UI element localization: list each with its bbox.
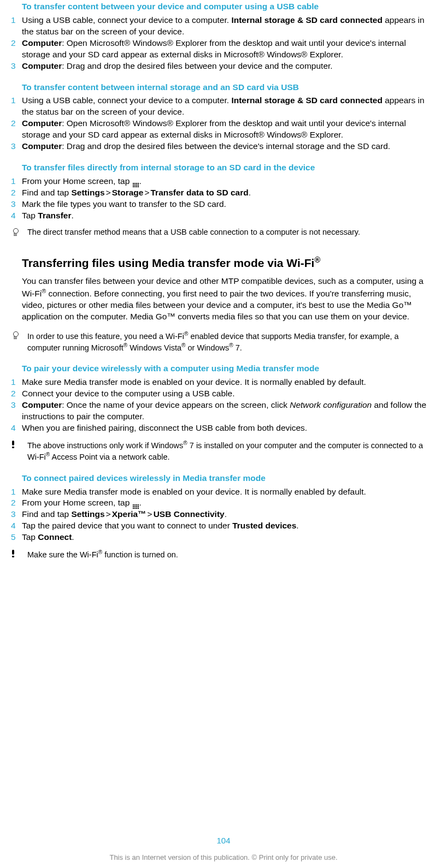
step-3: 3 Find and tap Settings>Xperia™>USB Conn… (11, 509, 433, 520)
step-text: Tap the paired device that you want to c… (22, 520, 433, 532)
step-text: Computer: Open Microsoft® Windows® Explo… (22, 38, 433, 61)
step-number: 5 (11, 532, 22, 543)
step-number: 2 (11, 388, 22, 400)
step-text: Tap Transfer. (22, 210, 433, 222)
step-2: 2 Computer: Open Microsoft® Windows® Exp… (11, 118, 433, 141)
step-5: 5 Tap Connect. (11, 532, 433, 543)
apps-icon (133, 183, 139, 187)
footer-text: This is an Internet version of this publ… (0, 853, 447, 863)
step-4: 4 Tap Transfer. (11, 210, 433, 222)
step-text: Connect your device to the computer usin… (22, 388, 433, 400)
step-4: 4 Tap the paired device that you want to… (11, 520, 433, 532)
section-title: To transfer content between internal sto… (22, 82, 433, 93)
step-number: 3 (11, 141, 22, 152)
step-1: 1 Make sure Media transfer mode is enabl… (11, 377, 433, 388)
step-number: 2 (11, 187, 22, 199)
step-text: From your Home screen, tap . (22, 497, 433, 509)
step-3: 3 Computer: Once the name of your device… (11, 400, 433, 423)
step-text: Tap Connect. (22, 532, 433, 543)
step-number: 3 (11, 400, 22, 423)
tip-note: In order to use this feature, you need a… (11, 330, 433, 354)
step-number: 1 (11, 486, 22, 498)
step-1: 1 Make sure Media transfer mode is enabl… (11, 486, 433, 498)
page-number: 104 (0, 835, 447, 846)
step-1: 1 From your Home screen, tap . (11, 176, 433, 187)
section-title: To transfer content between your device … (22, 1, 433, 13)
step-text: From your Home screen, tap . (22, 176, 433, 187)
step-text: Computer: Once the name of your device a… (22, 400, 433, 423)
step-number: 1 (11, 377, 22, 388)
step-number: 4 (11, 210, 22, 222)
warning-note: Make sure the Wi-Fi® function is turned … (11, 549, 433, 561)
step-text: Make sure Media transfer mode is enabled… (22, 486, 433, 498)
bulb-icon (11, 330, 27, 354)
step-3: 3 Computer: Drag and drop the desired fi… (11, 61, 433, 72)
step-text: Computer: Drag and drop the desired file… (22, 61, 433, 72)
step-text: Make sure Media transfer mode is enabled… (22, 377, 433, 388)
step-text: Mark the file types you want to transfer… (22, 199, 433, 210)
tip-note: The direct transfer method means that a … (11, 227, 433, 239)
step-4: 4 When you are finished pairing, disconn… (11, 423, 433, 434)
step-2: 2 Find and tap Settings>Storage>Transfer… (11, 187, 433, 199)
warning-note: The above instructions only work if Wind… (11, 439, 433, 463)
step-number: 4 (11, 520, 22, 532)
step-1: 1 Using a USB cable, connect your device… (11, 95, 433, 118)
step-text: Computer: Drag and drop the desired file… (22, 141, 433, 152)
exclamation-icon (11, 439, 27, 463)
step-number: 1 (11, 95, 22, 118)
step-2: 2 From your Home screen, tap . (11, 497, 433, 509)
step-number: 3 (11, 199, 22, 210)
step-text: Using a USB cable, connect your device t… (22, 95, 433, 118)
section-title: To pair your device wirelessly with a co… (22, 363, 433, 374)
step-number: 2 (11, 38, 22, 61)
step-number: 3 (11, 61, 22, 72)
step-3: 3 Mark the file types you want to transf… (11, 199, 433, 210)
note-text: In order to use this feature, you need a… (27, 330, 433, 354)
step-number: 1 (11, 15, 22, 38)
step-2: 2 Computer: Open Microsoft® Windows® Exp… (11, 38, 433, 61)
step-number: 2 (11, 118, 22, 141)
step-3: 3 Computer: Drag and drop the desired fi… (11, 141, 433, 152)
note-text: The direct transfer method means that a … (27, 227, 433, 239)
step-text: Using a USB cable, connect your device t… (22, 15, 433, 38)
step-text: Find and tap Settings>Xperia™>USB Connec… (22, 509, 433, 520)
section-title: To connect paired devices wirelessly in … (22, 473, 433, 484)
exclamation-icon (11, 549, 27, 561)
bulb-icon (11, 227, 27, 239)
section-title: To transfer files directly from internal… (22, 162, 433, 174)
step-number: 3 (11, 509, 22, 520)
step-number: 1 (11, 176, 22, 187)
step-text: When you are finished pairing, disconnec… (22, 423, 433, 434)
step-number: 4 (11, 423, 22, 434)
document-page: To transfer content between your device … (0, 1, 447, 868)
step-text: Find and tap Settings>Storage>Transfer d… (22, 187, 433, 199)
heading: Transferring files using Media transfer … (22, 255, 433, 271)
step-number: 2 (11, 497, 22, 509)
step-text: Computer: Open Microsoft® Windows® Explo… (22, 118, 433, 141)
paragraph: You can transfer files between your devi… (22, 276, 433, 323)
apps-icon (133, 504, 139, 509)
step-2: 2 Connect your device to the computer us… (11, 388, 433, 400)
note-text: The above instructions only work if Wind… (27, 439, 433, 463)
note-text: Make sure the Wi-Fi® function is turned … (27, 549, 433, 561)
step-1: 1 Using a USB cable, connect your device… (11, 15, 433, 38)
